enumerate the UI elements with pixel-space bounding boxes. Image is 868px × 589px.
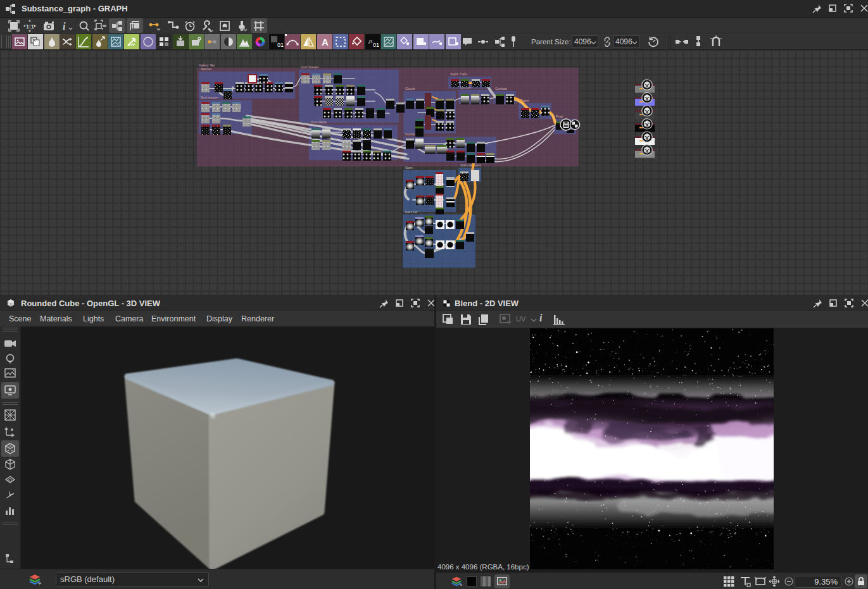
- svg-text:A: A: [322, 37, 329, 47]
- svg-text:Spark Trails: Spark Trails: [450, 72, 467, 76]
- svg-text:i: i: [63, 21, 66, 32]
- svg-text:Dust Streaks: Dust Streaks: [301, 65, 319, 69]
- svg-text:1:1: 1:1: [26, 23, 34, 30]
- svg-text:01: 01: [373, 42, 379, 48]
- svg-text:Final: Final: [556, 115, 563, 118]
- svg-text:Stars dampers: Stars dampers: [460, 163, 481, 167]
- svg-text:Samuel: Samuel: [201, 67, 211, 71]
- svg-text:Clouds: Clouds: [405, 87, 415, 90]
- svg-text:Stars: Stars: [405, 166, 413, 170]
- svg-text:01: 01: [277, 42, 284, 48]
- svg-text:Contrast: Contrast: [495, 87, 508, 90]
- svg-text:Dust texture: Dust texture: [201, 96, 218, 99]
- svg-text:Stars Far: Stars Far: [405, 210, 418, 214]
- svg-text:Dust Marks: Dust Marks: [311, 120, 327, 124]
- svg-text:Hubble: Hubble: [405, 132, 415, 136]
